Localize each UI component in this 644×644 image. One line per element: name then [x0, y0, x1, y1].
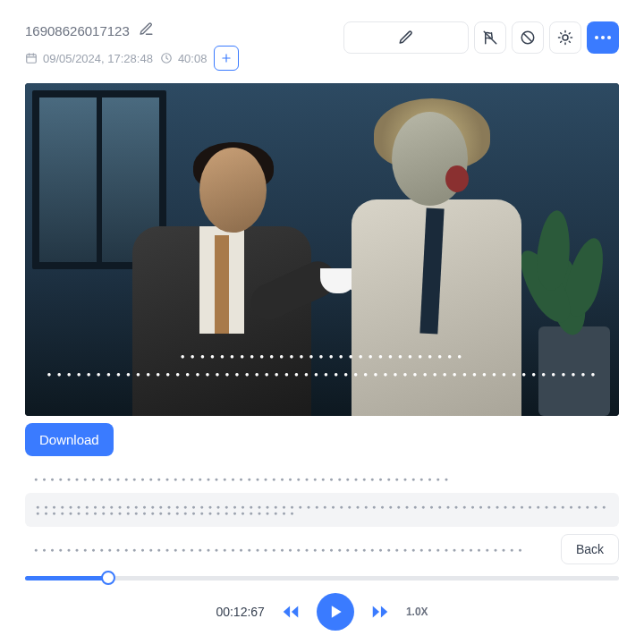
duration-meta: 40:08: [160, 52, 208, 65]
brightness-button[interactable]: [549, 21, 581, 54]
download-button[interactable]: Download: [25, 423, 114, 456]
disable-icon: [520, 30, 536, 46]
play-icon: [326, 603, 344, 621]
video-preview[interactable]: ● ● ● ● ● ● ● ● ● ● ● ● ● ● ● ● ● ● ● ● …: [25, 83, 619, 416]
progress-slider[interactable]: [25, 572, 619, 584]
rewind-button[interactable]: [281, 602, 301, 622]
current-time: 00:12:67: [216, 605, 265, 619]
annotation-tool[interactable]: [343, 21, 469, 54]
video-frame-illustration: ● ● ● ● ● ● ● ● ● ● ● ● ● ● ● ● ● ● ● ● …: [25, 83, 619, 416]
duration-text: 40:08: [178, 52, 208, 65]
flag-off-button[interactable]: [474, 21, 506, 54]
record-id: 16908626017123: [25, 23, 130, 38]
flag-off-icon: [482, 30, 498, 46]
caption-line-2: ● ● ● ● ● ● ● ● ● ● ● ● ● ● ● ● ● ● ● ● …: [47, 370, 597, 378]
sun-icon: [557, 30, 573, 46]
svg-point-3: [563, 35, 568, 40]
transcript-line-1: ● ● ● ● ● ● ● ● ● ● ● ● ● ● ● ● ● ● ● ● …: [25, 470, 619, 487]
edit-title-icon[interactable]: [139, 21, 154, 40]
forward-icon: [370, 602, 390, 622]
calendar-icon: [25, 52, 38, 64]
add-button[interactable]: [214, 46, 239, 71]
slider-fill: [25, 576, 108, 580]
back-button[interactable]: Back: [561, 534, 619, 564]
plus-icon: [220, 52, 233, 64]
pen-icon: [398, 30, 414, 46]
more-button[interactable]: [587, 21, 619, 54]
transcript-line-2[interactable]: ● ● ● ● ● ● ● ● ● ● ● ● ● ● ● ● ● ● ● ● …: [25, 493, 619, 527]
more-icon: [595, 36, 611, 39]
playback-speed[interactable]: 1.0X: [406, 606, 428, 618]
caption-line-1: ● ● ● ● ● ● ● ● ● ● ● ● ● ● ● ● ● ● ● ● …: [181, 352, 463, 360]
clock-icon: [160, 52, 173, 64]
rewind-icon: [281, 602, 301, 622]
slider-thumb[interactable]: [101, 571, 115, 585]
transcript-line-3: ● ● ● ● ● ● ● ● ● ● ● ● ● ● ● ● ● ● ● ● …: [25, 541, 532, 558]
disable-button[interactable]: [512, 21, 544, 54]
datetime-text: 09/05/2024, 17:28:48: [43, 52, 153, 65]
date-meta: 09/05/2024, 17:28:48: [25, 52, 153, 65]
play-button[interactable]: [317, 593, 354, 631]
svg-rect-0: [27, 55, 37, 63]
forward-button[interactable]: [370, 602, 390, 622]
